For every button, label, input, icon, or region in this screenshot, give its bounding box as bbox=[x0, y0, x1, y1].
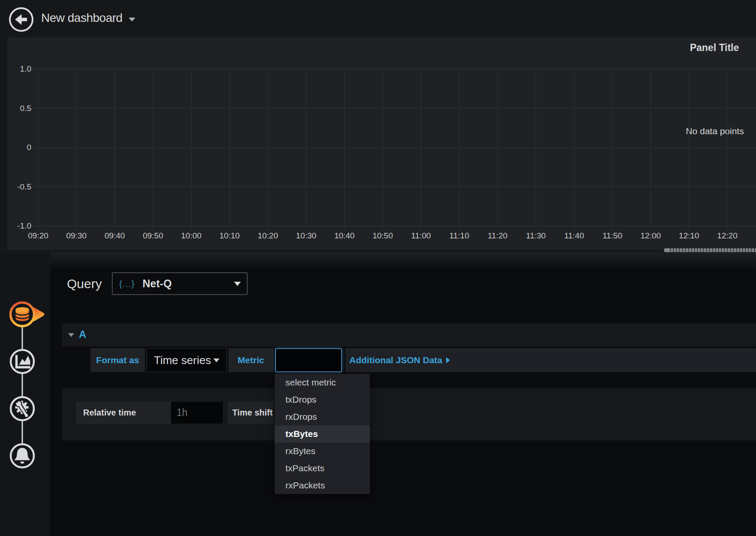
menu-item-txDrops[interactable]: txDrops bbox=[275, 391, 370, 408]
tab-general[interactable] bbox=[11, 397, 34, 420]
metric-label: Metric bbox=[228, 348, 273, 372]
datasource-icon: {...} bbox=[119, 279, 135, 289]
arrow-left-icon bbox=[11, 9, 32, 30]
relative-time-input[interactable] bbox=[171, 401, 223, 424]
relative-time-label: Relative time bbox=[76, 401, 171, 424]
editor-tabs bbox=[0, 295, 50, 475]
datasource-name: Net-Q bbox=[143, 277, 172, 290]
menu-item-rxBytes[interactable]: rxBytes bbox=[275, 443, 370, 460]
x-tick-label: 10:10 bbox=[209, 231, 250, 241]
x-tick-label: 11:30 bbox=[515, 231, 556, 241]
datasource-picker[interactable]: {...} Net-Q bbox=[112, 272, 248, 295]
format-as-label: Format as bbox=[90, 348, 145, 372]
chevron-down-icon[interactable] bbox=[129, 18, 135, 21]
x-tick-label: 12:00 bbox=[630, 231, 671, 241]
back-button[interactable] bbox=[9, 7, 33, 32]
chevron-down-icon bbox=[213, 358, 219, 362]
x-tick-label: 11:40 bbox=[554, 231, 595, 241]
y-tick-label: -0.5 bbox=[7, 182, 31, 192]
x-tick-label: 12:20 bbox=[707, 231, 748, 241]
menu-item-rxPackets[interactable]: rxPackets bbox=[275, 477, 370, 494]
chevron-down-icon bbox=[234, 282, 241, 286]
menu-item-select-metric[interactable]: select metric bbox=[275, 374, 370, 391]
format-as-label-text: Format as bbox=[96, 355, 139, 365]
dashboard-title[interactable]: New dashboard bbox=[41, 11, 123, 25]
relative-time-label-text: Relative time bbox=[83, 408, 136, 418]
x-tick-label: 09:30 bbox=[56, 231, 97, 241]
y-tick-label: 0.5 bbox=[7, 103, 31, 114]
graph-panel: Panel Title No data points 1.00.50-0.5-1… bbox=[7, 38, 756, 250]
x-tick-label: 09:20 bbox=[18, 231, 59, 241]
top-nav-bar: New dashboard bbox=[0, 0, 756, 38]
x-tick-label: 10:20 bbox=[247, 231, 288, 241]
horizontal-scrollbar[interactable] bbox=[664, 248, 756, 252]
y-tick-label: 1.0 bbox=[7, 64, 31, 74]
dashboard-title-wrap[interactable]: New dashboard bbox=[41, 11, 135, 25]
query-editor-row: Format as Time series Metric Additional … bbox=[0, 348, 756, 372]
chart-grid bbox=[7, 38, 756, 250]
x-tick-label: 10:00 bbox=[171, 231, 212, 241]
menu-item-rxDrops[interactable]: rxDrops bbox=[275, 408, 370, 425]
x-tick-label: 12:10 bbox=[669, 231, 710, 241]
time-shift-label-text: Time shift bbox=[232, 408, 273, 418]
x-tick-label: 10:40 bbox=[324, 231, 365, 241]
x-tick-label: 09:50 bbox=[132, 231, 174, 241]
metric-label-text: Metric bbox=[238, 355, 264, 365]
time-shift-label: Time shift bbox=[228, 401, 274, 424]
menu-item-txBytes[interactable]: txBytes bbox=[275, 425, 370, 443]
database-icon bbox=[16, 307, 29, 321]
x-tick-label: 10:30 bbox=[285, 231, 327, 241]
x-tick-label: 09:40 bbox=[94, 231, 135, 241]
x-tick-label: 11:00 bbox=[400, 231, 441, 241]
additional-json-data-toggle[interactable]: Additional JSON Data bbox=[345, 348, 756, 372]
format-as-select[interactable]: Time series bbox=[147, 348, 227, 372]
x-tick-label: 11:20 bbox=[477, 231, 518, 241]
metric-input[interactable] bbox=[275, 348, 342, 372]
x-tick-label: 11:10 bbox=[439, 231, 480, 241]
additional-json-label-text: Additional JSON Data bbox=[349, 355, 442, 365]
x-tick-label: 10:50 bbox=[362, 231, 403, 241]
collapse-caret-icon bbox=[68, 333, 74, 337]
y-tick-label: -1.0 bbox=[7, 221, 31, 231]
query-ref-letter: A bbox=[79, 328, 86, 342]
chevron-right-icon bbox=[446, 357, 450, 363]
query-row-header[interactable]: A bbox=[62, 323, 756, 346]
query-section-heading: Query bbox=[67, 277, 102, 291]
y-tick-label: 0 bbox=[7, 142, 31, 153]
time-options-section: Relative time Time shift bbox=[62, 388, 756, 440]
metric-dropdown-menu: select metrictxDropsrxDropstxBytesrxByte… bbox=[275, 374, 370, 494]
menu-item-txPackets[interactable]: txPackets bbox=[275, 460, 370, 477]
tab-alert[interactable] bbox=[11, 444, 34, 467]
tab-queries[interactable] bbox=[11, 303, 45, 326]
format-as-value: Time series bbox=[154, 354, 211, 367]
x-tick-label: 11:50 bbox=[592, 231, 633, 241]
tab-connector-line bbox=[22, 314, 23, 456]
